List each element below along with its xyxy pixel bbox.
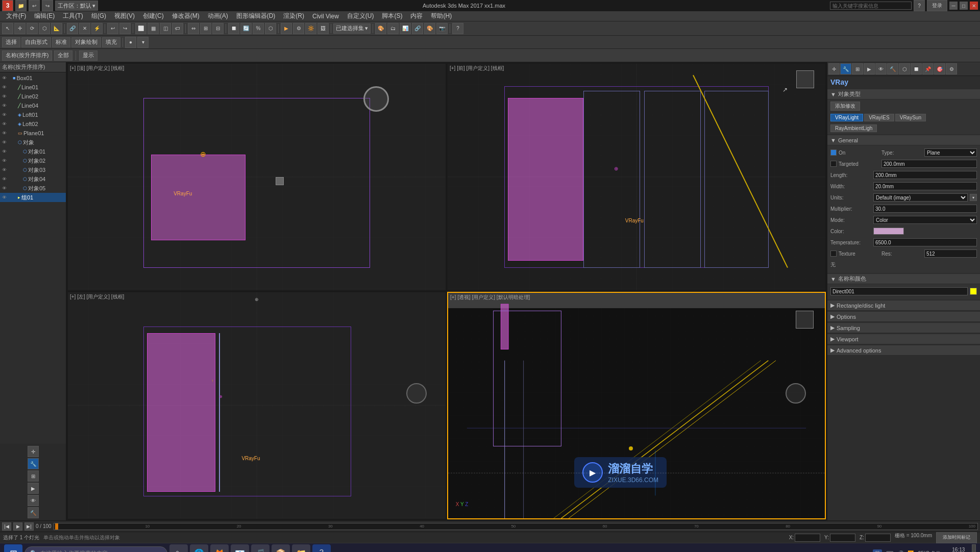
- menu-content[interactable]: 内容: [406, 11, 427, 21]
- vis-icon-box01[interactable]: 👁: [2, 76, 7, 81]
- scene-item-box01[interactable]: 👁 ■ Box01: [0, 73, 66, 83]
- rp-display-icon[interactable]: 👁: [875, 63, 887, 74]
- menu-civil-view[interactable]: Civil View: [308, 11, 343, 21]
- vis-icon-obj[interactable]: 👁: [2, 140, 7, 145]
- label-box01[interactable]: Box01: [16, 75, 32, 81]
- view-cube-persp[interactable]: [796, 311, 814, 329]
- label-line04[interactable]: Line04: [21, 103, 38, 109]
- menu-view[interactable]: 视图(V): [110, 11, 139, 21]
- redo-btn[interactable]: ↪: [42, 0, 53, 11]
- menu-file[interactable]: 文件(F): [2, 11, 30, 21]
- sampling-header[interactable]: ▶ Sampling: [827, 323, 980, 333]
- link-btn[interactable]: 🔗: [67, 23, 78, 34]
- nav-circle-left[interactable]: [406, 383, 427, 404]
- select-btn[interactable]: ↖: [2, 23, 13, 34]
- vis-icon-plane01[interactable]: 👁: [2, 131, 7, 136]
- vis-icon-loft01[interactable]: 👁: [2, 112, 7, 117]
- vraylight-tab[interactable]: VRayLight: [830, 114, 863, 121]
- tl-prev-btn[interactable]: |◀: [2, 522, 11, 531]
- maximize-btn[interactable]: □: [960, 2, 968, 10]
- coord-z-input[interactable]: [865, 534, 891, 542]
- unlink-btn[interactable]: ✕: [79, 23, 90, 34]
- label-loft02[interactable]: Loft02: [22, 121, 38, 127]
- tb2-freeform[interactable]: 自由形式: [21, 37, 51, 47]
- tb3-name-order[interactable]: 名称(按升序排序): [2, 51, 52, 61]
- vis-icon-obj04[interactable]: 👁: [2, 177, 7, 182]
- scale-btn[interactable]: ⬡: [39, 23, 50, 34]
- scene-item-obj03[interactable]: 👁 ⬡ 对象03: [0, 165, 66, 174]
- menu-help[interactable]: 帮助(H): [427, 11, 456, 21]
- coord-x-input[interactable]: [795, 534, 820, 542]
- redo-view-btn[interactable]: ↪: [119, 23, 131, 34]
- add-time-marker-btn[interactable]: 添加时间标记: [936, 532, 977, 543]
- close-btn[interactable]: ✕: [970, 2, 978, 10]
- tb2-fill[interactable]: 填充: [102, 37, 120, 47]
- display-btn[interactable]: 👁: [28, 495, 39, 506]
- vis-icon-line02[interactable]: 👁: [2, 94, 7, 99]
- options-header[interactable]: ▶ Options: [827, 312, 980, 322]
- tl-next-btn[interactable]: ▶|: [24, 522, 34, 531]
- targeted-checkbox[interactable]: [830, 161, 837, 167]
- rp-extra5[interactable]: ⚙: [946, 63, 957, 74]
- ref-coord-btn[interactable]: 📐: [51, 23, 62, 34]
- vis-icon-obj05[interactable]: 👁: [2, 186, 7, 191]
- taskbar-app5[interactable]: 📁: [292, 544, 310, 553]
- select-obj-btn[interactable]: ⬜: [135, 23, 146, 34]
- rp-extra2[interactable]: 🔲: [911, 63, 922, 74]
- taskbar-store-btn[interactable]: 📦: [272, 544, 290, 553]
- units-expand-btn[interactable]: ▾: [970, 194, 977, 201]
- scene-item-loft01[interactable]: 👁 ◈ Loft01: [0, 110, 66, 119]
- scene-item-plane01[interactable]: 👁 ▭ Plane01: [0, 129, 66, 138]
- menu-edit[interactable]: 编辑(E): [30, 11, 59, 21]
- menu-create[interactable]: 创建(C): [139, 11, 168, 21]
- vis-icon-obj01[interactable]: 👁: [2, 149, 7, 154]
- scene-item-group01[interactable]: 👁 ▸ 组01: [0, 193, 66, 202]
- active-shade-btn[interactable]: 🔆: [305, 23, 316, 34]
- taskbar-clock[interactable]: 16:13 2021/6/25: [947, 546, 970, 553]
- on-checkbox[interactable]: [830, 149, 837, 156]
- schematic-view-btn[interactable]: 🔗: [412, 23, 423, 34]
- label-group01[interactable]: 组01: [21, 194, 33, 202]
- login-btn[interactable]: 登录: [927, 0, 947, 11]
- coord-y-input[interactable]: [830, 534, 855, 542]
- rp-extra1[interactable]: ⬡: [899, 63, 910, 74]
- rp-utility-icon[interactable]: 🔨: [887, 63, 898, 74]
- nav-circle-persp[interactable]: [786, 383, 806, 404]
- snap-toggle[interactable]: 🔲: [228, 23, 239, 34]
- menu-graph-editor[interactable]: 图形编辑器(D): [232, 11, 280, 21]
- rp-hierarchy-icon[interactable]: ⊞: [852, 63, 863, 74]
- rp-extra4[interactable]: 🎯: [934, 63, 945, 74]
- tb2-arrow-btn[interactable]: ▾: [137, 37, 149, 48]
- mode-select[interactable]: Color: [873, 216, 977, 224]
- show-desktop-btn[interactable]: [972, 544, 976, 553]
- label-obj05[interactable]: 对象05: [28, 185, 45, 192]
- spinner-snap[interactable]: ⬡: [265, 23, 276, 34]
- viewport-left[interactable]: [+] [左] [用户定义] [线框] ⊕ VRayFu: [67, 292, 446, 519]
- name-color-header[interactable]: ▼ 名称和颜色: [827, 274, 980, 284]
- vis-icon-obj02[interactable]: 👁: [2, 158, 7, 163]
- length-input[interactable]: [873, 171, 977, 179]
- label-obj01[interactable]: 对象01: [28, 148, 45, 156]
- advanced-header[interactable]: ▶ Advanced options: [827, 345, 980, 356]
- vrayies-tab[interactable]: VRayIES: [864, 114, 894, 121]
- menu-tools[interactable]: 工具(T): [59, 11, 87, 21]
- track-view-btn[interactable]: 📊: [400, 23, 411, 34]
- label-line01[interactable]: Line01: [21, 84, 38, 90]
- rect-disc-header[interactable]: ▶ Rectangle/disc light: [827, 300, 980, 311]
- scene-item-obj[interactable]: 👁 ⬡ 对象: [0, 138, 66, 147]
- scene-item-obj01[interactable]: 👁 ⬡ 对象01: [0, 147, 66, 156]
- tb3-all[interactable]: 全部: [54, 51, 72, 61]
- undo-btn[interactable]: ↩: [29, 0, 40, 11]
- timeline-track[interactable]: 0 10 20 30 40 50 60 70 80 90 100: [54, 523, 978, 530]
- scene-item-loft02[interactable]: 👁 ◈ Loft02: [0, 119, 66, 129]
- render-selected[interactable]: 已建选择集▾: [333, 23, 371, 34]
- texture-checkbox[interactable]: [830, 250, 837, 257]
- input-method-icon[interactable]: 英: [873, 549, 882, 553]
- render-frame-btn[interactable]: 🖼: [317, 23, 329, 34]
- percent-snap[interactable]: %: [253, 23, 264, 34]
- add-modify-btn[interactable]: 添加修改: [830, 102, 860, 111]
- angle-snap[interactable]: 🔄: [240, 23, 252, 34]
- utility-btn[interactable]: 🔨: [28, 507, 39, 518]
- select-region-btn[interactable]: ▦: [148, 23, 159, 34]
- tb2-select[interactable]: 选择: [2, 37, 20, 47]
